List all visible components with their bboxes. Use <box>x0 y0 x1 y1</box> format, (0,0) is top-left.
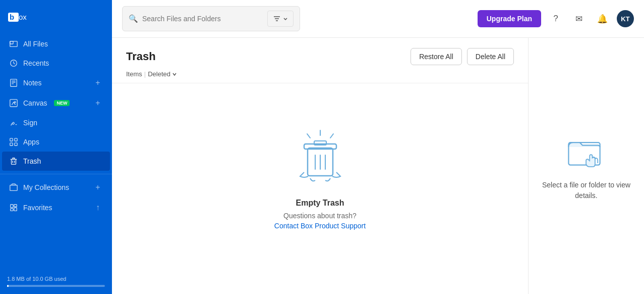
file-area-header: Trash Restore All Delete All <box>112 38 528 65</box>
sidebar-item-all-files[interactable]: All Files <box>2 34 110 54</box>
bell-icon: 🔔 <box>597 14 608 24</box>
empty-state: Empty Trash Questions about trash? Conta… <box>112 83 528 294</box>
sidebar-item-notes[interactable]: Notes + <box>2 73 110 93</box>
file-area: Trash Restore All Delete All Items | Del… <box>112 38 528 294</box>
svg-rect-22 <box>11 209 13 211</box>
sidebar-item-my-collections[interactable]: My Collections + <box>2 177 110 198</box>
inbox-icon: ✉ <box>575 14 582 24</box>
page-title: Trash <box>126 50 156 63</box>
storage-area: 1.8 MB of 10.0 GB used <box>0 271 112 294</box>
sidebar-item-recents[interactable]: Recents <box>2 54 110 73</box>
svg-text:b: b <box>10 13 14 21</box>
svg-rect-16 <box>15 143 17 145</box>
notifications-button[interactable]: 🔔 <box>594 10 611 27</box>
box-logo[interactable]: b ox <box>8 9 38 25</box>
sidebar-item-sign[interactable]: Sign <box>2 113 110 132</box>
collections-add-button[interactable]: + <box>93 182 103 192</box>
header: 🔍 Upgrade Plan ? ✉ 🔔 KT <box>112 0 644 38</box>
svg-rect-3 <box>10 41 13 44</box>
canvas-new-badge: NEW <box>54 100 70 106</box>
filter-items-label: Items <box>126 70 142 78</box>
favorites-add-button[interactable]: ↑ <box>93 203 103 213</box>
inbox-button[interactable]: ✉ <box>570 10 588 27</box>
svg-rect-17 <box>12 159 16 164</box>
svg-rect-14 <box>15 138 17 141</box>
svg-rect-6 <box>11 79 17 86</box>
filter-options-button[interactable] <box>267 11 294 27</box>
filter-row: Items | Deleted <box>112 65 528 83</box>
empty-subtitle: Questions about trash? <box>283 212 357 220</box>
filter-deleted-dropdown[interactable]: Deleted <box>148 70 177 78</box>
sidebar-item-canvas[interactable]: Canvas NEW + <box>2 93 110 113</box>
delete-all-button[interactable]: Delete All <box>467 48 514 65</box>
content: Trash Restore All Delete All Items | Del… <box>112 38 644 294</box>
canvas-add-button[interactable]: + <box>93 98 103 108</box>
svg-rect-23 <box>14 205 17 207</box>
search-input[interactable] <box>142 15 263 23</box>
storage-bar-fill <box>7 285 9 287</box>
help-icon: ? <box>553 14 558 24</box>
search-bar[interactable]: 🔍 <box>122 6 300 31</box>
support-link[interactable]: Contact Box Product Support <box>274 222 366 230</box>
upgrade-plan-button[interactable]: Upgrade Plan <box>478 10 541 27</box>
details-illustration <box>566 131 607 172</box>
filter-pipe: | <box>144 70 146 78</box>
help-button[interactable]: ? <box>547 10 564 27</box>
search-icon: 🔍 <box>129 14 138 23</box>
sidebar-item-favorites[interactable]: Favorites ↑ <box>2 198 110 218</box>
sidebar-divider <box>0 174 112 174</box>
svg-line-29 <box>330 134 333 138</box>
details-text: Select a file or folder to view details. <box>541 180 632 201</box>
svg-point-11 <box>14 102 16 103</box>
logo-area: b ox <box>0 0 112 32</box>
svg-rect-24 <box>14 208 17 211</box>
header-actions: Restore All Delete All <box>411 48 514 65</box>
empty-title: Empty Trash <box>296 199 344 208</box>
trash-empty-illustration <box>290 128 350 188</box>
sidebar: b ox All Files Recents <box>0 0 112 294</box>
main: 🔍 Upgrade Plan ? ✉ 🔔 KT <box>112 0 644 294</box>
svg-line-30 <box>307 134 310 138</box>
svg-rect-15 <box>10 143 13 145</box>
svg-rect-10 <box>10 100 17 107</box>
storage-bar-bg <box>7 285 105 287</box>
svg-text:ox: ox <box>19 13 27 21</box>
svg-rect-21 <box>11 205 13 208</box>
avatar[interactable]: KT <box>617 10 634 27</box>
details-panel: Select a file or folder to view details. <box>528 38 644 294</box>
restore-all-button[interactable]: Restore All <box>411 48 462 65</box>
svg-rect-13 <box>10 138 13 141</box>
sidebar-item-trash[interactable]: Trash <box>2 152 110 171</box>
sidebar-item-apps[interactable]: Apps <box>2 132 110 152</box>
nav-items: All Files Recents Notes + <box>0 32 112 271</box>
svg-rect-20 <box>10 185 17 191</box>
notes-add-button[interactable]: + <box>93 78 103 88</box>
